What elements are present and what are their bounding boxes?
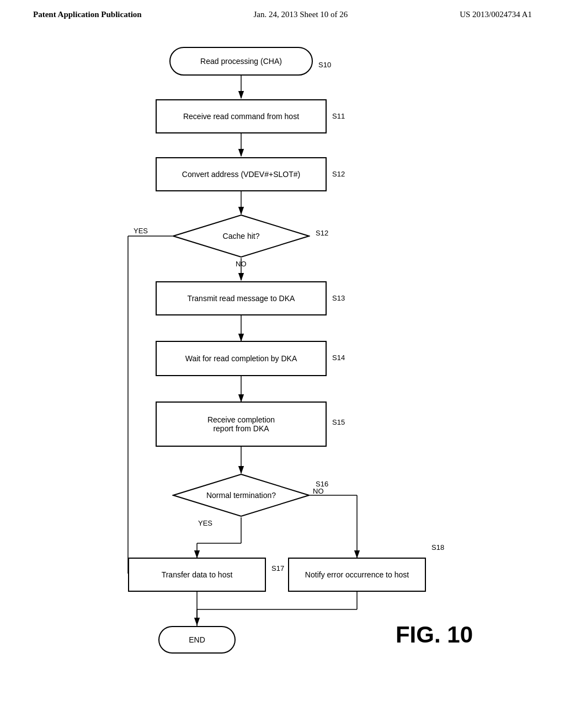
step-s10: S10 [318,61,331,69]
diamond-cache-label: Cache hit? [223,232,260,240]
box-convert-address: Convert address (VDEV#+SLOT#) [156,157,327,191]
step-s13: S13 [332,294,345,302]
box-notify-error: Notify error occurrence to host [288,558,426,592]
box-transmit-label: Transmit read message to DKA [188,294,295,303]
figure-label: FIG. 10 [396,622,473,648]
end-label: END [189,635,205,644]
start-node: Read processing (CHA) [169,47,313,76]
no-label-normal: NO [313,487,324,495]
yes-label-cache: YES [134,227,148,235]
no-label-cache: NO [236,260,247,268]
step-s12: S12 [332,170,345,178]
box-wait-read: Wait for read completion by DKA [156,341,327,376]
step-s11: S11 [332,112,345,120]
box-convert-label: Convert address (VDEV#+SLOT#) [182,170,300,179]
diagram-container: Read processing (CHA) S10 Receive read c… [0,25,565,698]
box-receive-read: Receive read command from host [156,99,327,133]
box-receive-read-label: Receive read command from host [183,112,299,121]
header-patent-number: US 2013/0024734 A1 [460,10,532,19]
step-s15: S15 [332,418,345,426]
header-publication: Patent Application Publication [33,10,142,19]
page-header: Patent Application Publication Jan. 24, … [0,0,565,25]
step-s14: S14 [332,354,345,362]
header-date-sheet: Jan. 24, 2013 Sheet 10 of 26 [254,10,348,19]
diamond-normal-term: Normal termination? [172,473,310,517]
box-completion-label: Receive completion report from DKA [207,415,275,433]
step-s18: S18 [431,543,444,552]
box-notify-label: Notify error occurrence to host [305,570,409,579]
diamond-normal-label: Normal termination? [206,491,276,500]
box-transmit-read: Transmit read message to DKA [156,281,327,315]
flowchart-diagram: Read processing (CHA) S10 Receive read c… [76,41,489,692]
step-s17: S17 [271,564,284,572]
step-s12b: S12 [316,229,328,237]
box-receive-completion: Receive completion report from DKA [156,402,327,447]
box-transfer-data: Transfer data to host [128,558,266,592]
diamond-cache-hit: Cache hit? [172,214,310,258]
end-node: END [158,626,236,654]
box-transfer-label: Transfer data to host [162,570,233,579]
yes-label-normal: YES [198,519,212,527]
start-label: Read processing (CHA) [200,57,282,66]
box-wait-label: Wait for read completion by DKA [185,354,297,363]
